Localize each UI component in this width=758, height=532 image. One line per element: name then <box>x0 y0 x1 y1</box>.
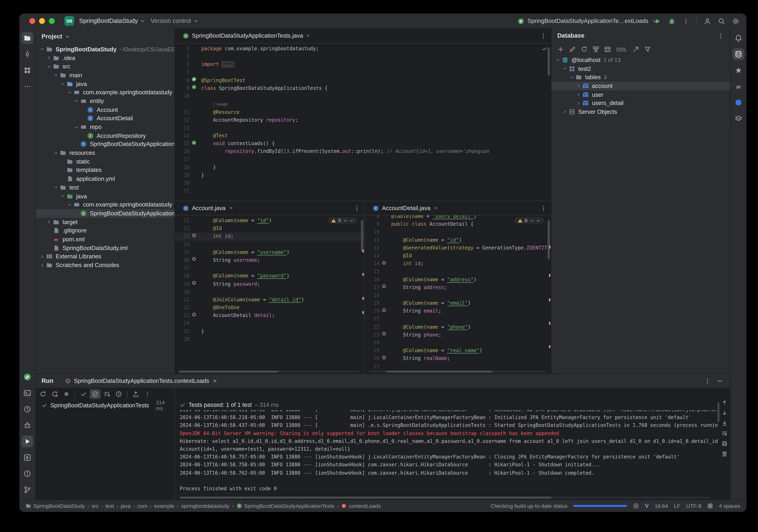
panel-options-icon[interactable] <box>704 377 711 384</box>
project-item--gitignore[interactable]: .gitignore <box>36 226 174 235</box>
tree-toggle-icon[interactable] <box>39 254 46 259</box>
close-tab-icon[interactable] <box>228 206 233 211</box>
test-history-icon[interactable] <box>113 389 124 399</box>
close-tab-icon[interactable] <box>306 33 311 38</box>
jpa-attribute-gutter-icon[interactable] <box>381 307 387 315</box>
editor-account-detail[interactable]: 8@Table(name = "users_detail")9public cl… <box>365 216 551 374</box>
editor-account[interactable]: 11 @Column(name = "id")12 @Id13 int id;1… <box>175 216 364 374</box>
close-window-button[interactable] <box>29 18 35 24</box>
database-item-users-detail[interactable]: users_detail <box>551 99 730 108</box>
indent-size[interactable]: 4 spaces <box>719 503 741 509</box>
user-account-icon[interactable] <box>704 17 711 25</box>
editor-scrollbar[interactable] <box>548 220 550 259</box>
tab-options-icon[interactable] <box>540 204 547 212</box>
project-item-com-example-springbootdatastudy[interactable]: com.example.springbootdatastudy <box>36 88 174 97</box>
inspections-ok-icon[interactable] <box>542 46 548 52</box>
editor-scrollbar[interactable] <box>548 48 550 76</box>
project-item-pom-xml[interactable]: mpom.xml <box>36 235 174 244</box>
minimize-window-button[interactable] <box>39 18 45 24</box>
sort-alphabetically-icon[interactable] <box>102 389 113 399</box>
hide-panel-icon[interactable] <box>716 377 723 384</box>
search-everywhere-icon[interactable] <box>718 17 725 25</box>
terminal-tool-icon[interactable] <box>21 387 33 399</box>
run-config-selector[interactable]: SpringBootDataStudyApplicationTe…extLoad… <box>517 17 644 25</box>
database-item-server-objects[interactable]: Server Objects <box>551 108 730 116</box>
run-tab[interactable]: SpringBootDataStudyApplicationTests.cont… <box>60 374 223 388</box>
project-item-java[interactable]: java <box>36 80 174 88</box>
folded-imports[interactable]: ... <box>222 62 235 68</box>
line-ending[interactable]: LF <box>674 503 680 509</box>
cancel-build-icon[interactable] <box>633 503 639 509</box>
editor-tests[interactable]: 1package com.example.springbootdatastudy… <box>175 44 551 201</box>
tree-toggle-icon[interactable] <box>575 92 582 97</box>
rerun-icon[interactable] <box>38 389 49 399</box>
titlebar[interactable]: SB SpringBootDataStudy Version control S… <box>19 14 746 28</box>
project-tool-icon[interactable] <box>21 32 33 44</box>
ideavim-icon[interactable]: V <box>645 503 649 510</box>
tab-tests-file[interactable]: C SpringBootDataStudyApplicationTests.ja… <box>179 28 315 43</box>
tab-account-detail-file[interactable]: C AccountDetail.java <box>369 201 442 215</box>
settings-gear-icon[interactable] <box>732 17 740 25</box>
jpa-attribute-gutter-icon[interactable] <box>191 280 196 288</box>
jpa-attribute-gutter-icon[interactable] <box>191 312 196 319</box>
project-item-test[interactable]: test <box>36 183 174 192</box>
scroll-down-icon[interactable] <box>721 410 728 416</box>
inspection-widget[interactable]: 5 <box>328 217 358 224</box>
run-console[interactable]: Tests passed: 1 of 1 test – 314 ms 2024-… <box>175 388 730 500</box>
ddl-button[interactable]: DDL <box>614 46 630 52</box>
jpa-attribute-gutter-icon[interactable] <box>191 256 196 264</box>
next-warning-icon[interactable] <box>536 218 541 223</box>
diagram-icon[interactable] <box>591 45 602 54</box>
project-item-scratches-and-consoles[interactable]: Scratches and Consoles <box>36 261 174 270</box>
project-item-static[interactable]: static <box>36 157 174 166</box>
refresh-icon[interactable] <box>579 45 590 54</box>
breadcrumb-item[interactable]: SpringBootDataStudy <box>25 503 85 509</box>
tree-toggle-icon[interactable] <box>52 185 59 190</box>
breadcrumb-item[interactable]: contextLoads <box>341 503 381 509</box>
tree-toggle-icon[interactable] <box>59 193 66 199</box>
tree-toggle-icon[interactable] <box>46 64 52 69</box>
filter-passed-icon[interactable] <box>78 389 89 399</box>
next-warning-icon[interactable] <box>349 218 354 223</box>
stop-icon[interactable] <box>61 389 72 399</box>
project-item-com-example-springbootdatastudy[interactable]: com.example.springbootdatastudy <box>36 200 174 209</box>
project-item-springbootdatastudy-iml[interactable]: SpringBootDataStudy.iml <box>36 244 174 252</box>
inspection-widget[interactable]: 6 <box>514 217 544 224</box>
tree-toggle-icon[interactable] <box>561 109 568 115</box>
tree-toggle-icon[interactable] <box>554 57 561 63</box>
tree-toggle-icon[interactable] <box>46 219 52 225</box>
project-item-application-yml[interactable]: application.yml <box>36 175 174 183</box>
breadcrumb-item[interactable]: example <box>154 503 174 509</box>
tree-toggle-icon[interactable] <box>52 150 59 155</box>
jpa-attribute-gutter-icon[interactable] <box>381 355 387 363</box>
project-panel-header[interactable]: Project <box>36 28 174 45</box>
jump-to-console-icon[interactable] <box>631 45 641 54</box>
project-item-java[interactable]: java <box>36 192 174 200</box>
filter-icon[interactable] <box>642 45 653 54</box>
project-item-src[interactable]: src <box>36 62 174 71</box>
project-item-repo[interactable]: repo <box>36 123 174 131</box>
data-editor-icon[interactable] <box>567 45 578 54</box>
dependencies-tool-icon[interactable] <box>733 97 744 109</box>
editor-scrollbar[interactable] <box>361 220 363 251</box>
spring-bean-gutter-icon[interactable] <box>191 77 196 84</box>
caret-position[interactable]: 16:64 <box>655 503 668 509</box>
project-item-templates[interactable]: templates <box>36 166 174 175</box>
export-results-icon[interactable] <box>130 389 141 399</box>
clear-console-icon[interactable] <box>721 451 728 457</box>
database-item-test2[interactable]: test2 <box>551 64 730 73</box>
ignore-tests-icon[interactable] <box>90 389 101 399</box>
project-item-target[interactable]: target <box>36 218 174 226</box>
database-item-user[interactable]: user <box>551 90 730 99</box>
project-item-external-libraries[interactable]: External Libraries <box>36 252 174 261</box>
jpa-attribute-gutter-icon[interactable] <box>191 233 196 241</box>
notifications-bell-icon[interactable] <box>733 32 744 44</box>
tree-toggle-icon[interactable] <box>66 202 73 207</box>
console-hscrollbar[interactable] <box>180 497 710 499</box>
soft-wrap-icon[interactable] <box>721 430 728 437</box>
more-actions-icon[interactable] <box>682 17 690 25</box>
profiler-tool-icon[interactable] <box>21 403 33 415</box>
tab-options-icon[interactable] <box>540 32 547 39</box>
breadcrumb-item[interactable]: test <box>105 503 114 509</box>
breadcrumb-item[interactable]: CSpringBootDataStudyApplicationTests <box>236 503 335 509</box>
